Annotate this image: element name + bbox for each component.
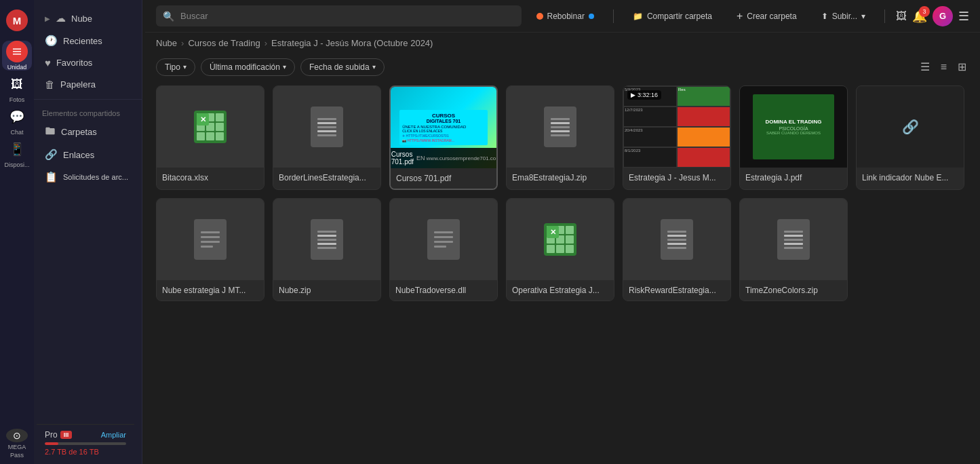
storage-total: 16 TB — [79, 448, 99, 456]
nav-unidad[interactable]: Unidad — [2, 41, 32, 71]
rebobinar-indicator — [589, 14, 594, 19]
icon-bar: M Unidad 🖼 Fotos 💬 Chat 📱 Disposi... ⊙ M… — [0, 0, 34, 464]
file-thumb-ema8 — [507, 86, 614, 168]
rebobinar-label: Rebobinar — [547, 12, 585, 21]
zip-icon-3 — [311, 219, 343, 260]
file-card-riskreward[interactable]: RiskRewardEstrategia... — [623, 198, 731, 301]
file-card-nubetradoverse[interactable]: NubeTradoverse.dll — [389, 198, 498, 301]
doc-lines-dll — [430, 227, 457, 252]
storage-bar — [45, 442, 126, 445]
rebobinar-dot — [536, 13, 543, 20]
file-grid: ✕ Bitacora.xlsx — [145, 80, 980, 464]
tipo-filter[interactable]: Tipo ▾ — [156, 58, 195, 76]
details-view-btn[interactable]: ≡ — [938, 58, 949, 76]
search-container: 🔍 — [156, 5, 522, 26]
sidebar: ▶ ☁ Nube 🕐 Recientes ♥ Favoritos 🗑 Papel… — [34, 0, 142, 464]
file-card-bitacora[interactable]: ✕ Bitacora.xlsx — [156, 85, 264, 190]
file-name-nube-estrategia: Nube estrategia J MT... — [157, 280, 264, 301]
tooltip-text: Cursos 701.pdf — [391, 151, 414, 166]
grid-view-btn[interactable]: ⊞ — [955, 58, 969, 76]
rebobinar-button[interactable]: Rebobinar — [528, 7, 602, 25]
search-input[interactable] — [156, 5, 522, 26]
subir-dropdown-icon: ▾ — [861, 12, 865, 21]
topbar-icons: 🖼 🔔 3 G ☰ — [896, 6, 969, 26]
file-card-estrategia-video[interactable]: 5/9/2023 Res 12/7/2023 20/4/2023 8/1/202… — [623, 85, 731, 190]
file-card-operativa[interactable]: ✕ Operativa Estrategia J... — [506, 198, 614, 301]
file-card-nube-estrategia[interactable]: Nube estrategia J MT... — [156, 198, 264, 301]
user-avatar-topbar[interactable]: G — [933, 6, 953, 26]
file-name-link: Link indicador Nube E... — [857, 168, 964, 188]
zip-icon-4 — [661, 219, 693, 260]
pro-label: Pro — [45, 430, 58, 440]
file-card-borderlines[interactable]: BorderLinesEstrategia... — [273, 85, 381, 190]
file-row-2: Nube estrategia J MT... Nube. — [156, 198, 969, 301]
file-thumb-nubetradoverse — [390, 199, 497, 280]
breadcrumb-nube[interactable]: Nube — [156, 38, 177, 48]
sidebar-item-recientes[interactable]: 🕐 Recientes — [37, 30, 139, 52]
ultima-arrow: ▾ — [283, 63, 286, 71]
sidebar-item-enlaces[interactable]: 🔗 Enlaces — [37, 144, 139, 166]
file-name-timezonecolors: TimeZoneColors.zip — [740, 280, 847, 301]
subir-icon: ⬆ — [821, 12, 828, 21]
sidebar-carpetas-label: Carpetas — [61, 127, 97, 137]
sidebar-favoritos-label: Favoritos — [56, 58, 92, 68]
video-duration: 3:32:16 — [638, 92, 658, 98]
sidebar-item-nube[interactable]: ▶ ☁ Nube — [37, 7, 139, 29]
hamburger-menu-icon[interactable]: ☰ — [958, 9, 969, 24]
notification-bell[interactable]: 🔔 3 — [912, 9, 927, 24]
file-card-cursos701[interactable]: CURSOS DIGITALES 701 ÚNETE A NUESTRA COM… — [389, 85, 498, 190]
fecha-filter[interactable]: Fecha de subida ▾ — [300, 58, 385, 76]
link-icon: 🔗 — [45, 149, 58, 161]
file-thumb-bitacora: ✕ — [157, 86, 264, 168]
zip-lines-2 — [551, 118, 570, 136]
file-card-link[interactable]: 🔗 Link indicador Nube E... — [856, 85, 964, 190]
sidebar-solicitudes-label: Solicitudes de arc... — [63, 173, 128, 181]
sidebar-item-solicitudes[interactable]: 📋 Solicitudes de arc... — [37, 166, 139, 188]
breadcrumb-cursos[interactable]: Cursos de Trading — [188, 38, 260, 48]
file-thumb-operativa: ✕ — [507, 199, 614, 280]
file-thumb-timezonecolors — [740, 199, 847, 280]
topbar-right: Rebobinar 📁 Compartir carpeta + Crear ca… — [528, 6, 970, 26]
sidebar-item-papelera[interactable]: 🗑 Papelera — [37, 74, 139, 95]
file-name-bitacora: Bitacora.xlsx — [157, 168, 264, 188]
nav-dispositivos[interactable]: 📱 Disposi... — [2, 138, 32, 168]
ultima-filter[interactable]: Última modificación ▾ — [201, 58, 295, 76]
sidebar-item-carpetas[interactable]: Carpetas — [37, 121, 139, 143]
file-thumb-estrategia-pdf: DOMINA EL TRADING PSICOLOGÍA SABER CUAND… — [740, 86, 847, 168]
image-view-icon[interactable]: 🖼 — [896, 10, 907, 22]
tipo-arrow: ▾ — [183, 63, 187, 71]
shared-section-label: Elementos compartidos — [34, 104, 142, 120]
file-card-estrategia-pdf[interactable]: DOMINA EL TRADING PSICOLOGÍA SABER CUAND… — [739, 85, 848, 190]
zip-lines-3 — [317, 231, 336, 249]
upgrade-link[interactable]: Ampliar — [101, 431, 126, 439]
zip-icon-2 — [544, 107, 576, 147]
xlsx-icon: ✕ — [194, 111, 227, 143]
solicitudes-icon: 📋 — [45, 171, 58, 183]
nav-chat-label: Chat — [10, 129, 23, 136]
breadcrumb-sep-2: › — [264, 38, 267, 48]
nav-megapass[interactable]: ⊙ MEGA Pass — [2, 429, 32, 459]
storage-section: Pro III Ampliar 2.7 TB de 16 TB — [37, 424, 134, 461]
nav-chat[interactable]: 💬 Chat — [2, 106, 32, 136]
file-card-ema8[interactable]: Ema8EstrategiaJ.zip — [506, 85, 614, 190]
fecha-arrow: ▾ — [372, 63, 376, 71]
avatar-icon: M — [6, 9, 28, 31]
view-controls: ☰ ≡ ⊞ — [918, 58, 969, 76]
carpetas-icon — [45, 125, 56, 138]
notification-badge: 3 — [919, 6, 930, 17]
file-thumb-nube-zip — [273, 199, 380, 280]
breadcrumb-estrategia[interactable]: Estrategia J - Jesús Mora (Octubre 2024) — [271, 38, 433, 48]
list-view-btn[interactable]: ☰ — [918, 58, 933, 76]
crear-button[interactable]: + Crear carpeta — [728, 6, 805, 26]
user-avatar-nav[interactable]: M — [2, 5, 32, 35]
file-card-nube-zip[interactable]: Nube.zip — [273, 198, 381, 301]
nav-megapass-label: MEGA — [8, 444, 26, 450]
nav-fotos[interactable]: 🖼 Fotos — [2, 73, 32, 103]
sidebar-item-favoritos[interactable]: ♥ Favoritos — [37, 52, 139, 73]
compartir-button[interactable]: 📁 Compartir carpeta — [625, 7, 720, 25]
file-card-timezonecolors[interactable]: TimeZoneColors.zip — [739, 198, 848, 301]
nav-unidad-label: Unidad — [7, 64, 27, 71]
subir-button[interactable]: ⬆ Subir... ▾ — [813, 7, 874, 25]
pro-tier-badge: III — [60, 431, 73, 439]
video-duration-badge: ▶ 3:32:16 — [627, 90, 661, 100]
